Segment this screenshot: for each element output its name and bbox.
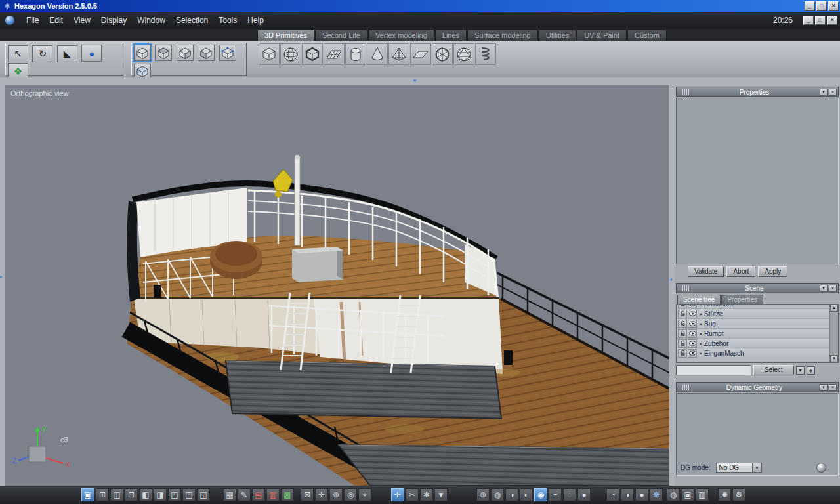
layout-two-horizontal-icon[interactable]: ⊟ <box>125 488 138 501</box>
expand-icon[interactable]: ▸ <box>698 311 704 317</box>
select-object-icon[interactable] <box>198 45 215 61</box>
scene-tree-item[interactable]: ▸ Bug <box>677 319 830 329</box>
eye-icon[interactable] <box>688 329 697 338</box>
primitive-geodesic-sphere-icon[interactable] <box>453 43 474 65</box>
cut-tool-icon[interactable]: ✂ <box>406 488 419 501</box>
layout-top-left-icon[interactable]: ◰ <box>168 488 181 501</box>
properties-panel-header[interactable]: Properties ▼ ✕ <box>676 87 839 97</box>
child-close-icon[interactable]: ✕ <box>827 16 837 25</box>
smoothing-off-icon[interactable]: ◔ <box>606 488 620 501</box>
layout-single-icon[interactable]: ▣ <box>81 488 94 501</box>
primitive-cone-icon[interactable] <box>367 43 388 65</box>
eye-icon[interactable] <box>688 310 697 318</box>
sphere-manipulator-icon[interactable]: ● <box>81 45 102 62</box>
splitter-collapse-top-icon[interactable]: ▼ <box>412 79 417 84</box>
select-filter-icon[interactable]: ◈ <box>807 366 815 375</box>
select-button[interactable]: Select <box>753 365 794 375</box>
uv-view-icon[interactable]: ▣ <box>681 488 694 501</box>
properties-close-icon[interactable]: ✕ <box>829 89 837 96</box>
primitive-spring-icon[interactable] <box>475 43 496 65</box>
lock-icon[interactable] <box>678 310 687 318</box>
smoothing-high-icon[interactable]: ● <box>635 488 648 501</box>
scene-tree-item[interactable]: ▸ EinganMasch <box>677 348 830 358</box>
dg-mode-arrow-icon[interactable]: ▼ <box>753 463 762 472</box>
menu-view[interactable]: View <box>68 14 96 27</box>
tab-lines[interactable]: Lines <box>435 30 467 41</box>
rotate-tool-icon[interactable]: ↻ <box>32 45 52 62</box>
menu-selection[interactable]: Selection <box>171 14 213 27</box>
menu-file[interactable]: File <box>21 14 44 27</box>
tab-vertex-modeling[interactable]: Vertex modeling <box>368 30 434 41</box>
menu-display[interactable]: Display <box>96 14 132 27</box>
scroll-down-icon[interactable]: ▼ <box>830 355 838 362</box>
subdivision-icon[interactable]: ❋ <box>650 488 663 501</box>
grid-snap-y-icon[interactable]: ▥ <box>266 488 280 501</box>
menu-edit[interactable]: Edit <box>44 14 68 27</box>
lock-icon[interactable] <box>678 329 687 338</box>
display-smooth-wire-icon[interactable]: ◓ <box>549 488 562 501</box>
scene-collapse-icon[interactable]: ▼ <box>820 285 828 292</box>
menu-help[interactable]: Help <box>242 14 269 27</box>
minimize-icon[interactable]: _ <box>805 1 815 10</box>
tab-uv-paint[interactable]: UV & Paint <box>577 30 627 41</box>
select-face-icon[interactable] <box>177 45 194 61</box>
grid-full-icon[interactable]: ▩ <box>281 488 294 501</box>
dg-collapse-icon[interactable]: ▼ <box>820 384 828 391</box>
tab-scene-properties[interactable]: Properties <box>721 295 763 304</box>
child-minimize-icon[interactable]: _ <box>803 16 814 25</box>
panel-columns-icon[interactable]: ▥ <box>696 488 709 501</box>
primitive-sphere-icon[interactable] <box>280 43 301 65</box>
paint-brush-icon[interactable]: ✎ <box>238 488 251 501</box>
zoom-view-icon[interactable]: ◎ <box>344 488 357 501</box>
lock-icon[interactable] <box>678 349 687 358</box>
tree-scrollbar[interactable]: ▲ ▼ <box>830 304 838 362</box>
primitive-cylinder-icon[interactable] <box>345 43 366 65</box>
dg-sphere-button[interactable] <box>816 463 826 472</box>
display-ghost-icon[interactable]: ◌ <box>563 488 576 501</box>
validate-button[interactable]: Validate <box>688 266 724 277</box>
expand-icon[interactable]: ▸ <box>698 331 704 337</box>
tab-utilities[interactable]: Utilities <box>539 30 576 41</box>
layout-right-split-icon[interactable]: ◨ <box>154 488 167 501</box>
eye-icon[interactable] <box>688 339 697 348</box>
splitter-collapse-left-icon[interactable]: ▸ <box>0 274 3 280</box>
panel-grip-icon[interactable] <box>679 385 689 390</box>
display-flat-wire-icon[interactable]: ◐ <box>520 488 533 501</box>
select-loop-icon[interactable] <box>219 45 236 61</box>
eye-icon[interactable] <box>688 304 697 308</box>
material-preview-icon[interactable]: ◍ <box>667 488 680 501</box>
primitive-pyramid-icon[interactable] <box>388 43 410 65</box>
scene-panel-header[interactable]: Scene ▼ ✕ <box>676 283 839 293</box>
scene-search-input[interactable] <box>676 365 751 375</box>
properties-collapse-icon[interactable]: ▼ <box>820 89 828 96</box>
expand-icon[interactable]: ▸ <box>698 321 704 327</box>
tab-custom[interactable]: Custom <box>627 30 667 41</box>
scene-tree-item[interactable]: ▸ Ansichten <box>677 304 830 309</box>
select-arrow-icon[interactable]: ↖ <box>8 45 28 62</box>
light-toggle-icon[interactable]: ✺ <box>718 488 731 501</box>
horizontal-splitter[interactable]: ▼ <box>0 77 840 85</box>
tab-second-life[interactable]: Second Life <box>315 30 368 41</box>
marquee-zoom-icon[interactable]: ⊠ <box>301 488 314 501</box>
display-flat-icon[interactable]: ◑ <box>505 488 518 501</box>
dg-close-icon[interactable]: ✕ <box>829 384 837 391</box>
select-options-icon[interactable]: ▼ <box>796 366 805 375</box>
layout-bottom-left-icon[interactable]: ◱ <box>197 488 210 501</box>
panel-grip-icon[interactable] <box>679 89 689 95</box>
primitive-faceted-sphere-icon[interactable] <box>432 43 453 65</box>
tab-surface-modeling[interactable]: Surface modeling <box>467 30 538 41</box>
expand-icon[interactable]: ▸ <box>698 341 704 346</box>
layout-quad-icon[interactable]: ⊞ <box>96 488 109 501</box>
left-splitter[interactable]: ▸ <box>0 85 5 486</box>
scene-close-icon[interactable]: ✕ <box>829 285 837 292</box>
scene-tree-item[interactable]: ▸ Rumpf <box>677 329 830 339</box>
panel-grip-icon[interactable] <box>679 285 689 291</box>
select-mode-icon[interactable]: ✛ <box>391 488 404 501</box>
drop-tool-icon[interactable]: ▼ <box>434 488 448 501</box>
menu-window[interactable]: Window <box>132 14 171 27</box>
display-smooth-icon[interactable]: ◉ <box>534 488 547 501</box>
scene-tree-item[interactable]: ▸ Zubehör <box>677 339 830 348</box>
pan-view-icon[interactable]: ✛ <box>315 488 328 501</box>
dg-mode-dropdown[interactable]: No DG <box>716 463 753 472</box>
lock-icon[interactable] <box>678 339 687 348</box>
